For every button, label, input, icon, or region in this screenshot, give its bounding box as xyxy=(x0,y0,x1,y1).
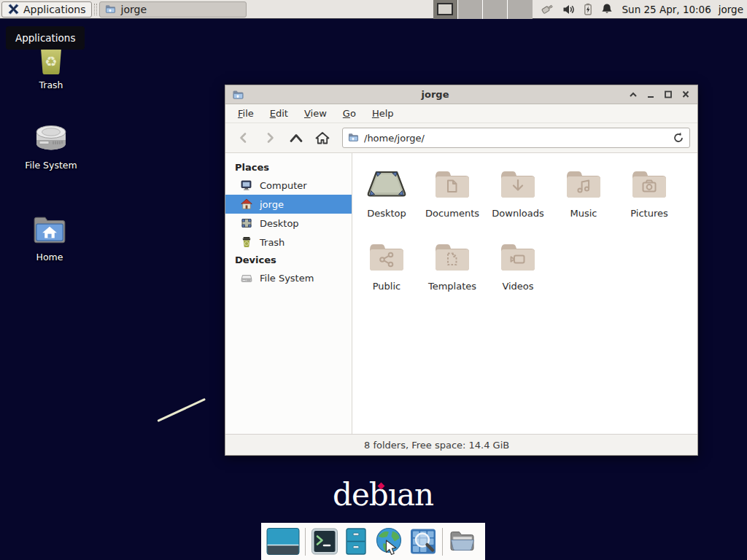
shade-button[interactable] xyxy=(627,89,639,101)
dock-directory-menu-button[interactable] xyxy=(448,528,477,555)
path-input[interactable] xyxy=(342,128,690,148)
sidebar-item-file-system[interactable]: File System xyxy=(225,268,352,287)
web-browser-globe-icon xyxy=(374,526,404,557)
location-bar xyxy=(342,128,690,148)
reload-button[interactable] xyxy=(670,130,687,146)
debian-logo-text-1: deb xyxy=(333,477,388,513)
sidebar-item-trash[interactable]: Trash xyxy=(225,233,352,252)
places-header: Places xyxy=(225,159,352,176)
window-folder-icon xyxy=(231,89,244,101)
application-finder-icon xyxy=(409,527,437,556)
dock-file-manager-button[interactable] xyxy=(344,527,368,556)
desktop-icon-label: File System xyxy=(25,160,77,171)
top-panel: Applications jorge xyxy=(0,0,747,19)
menu-edit[interactable]: Edit xyxy=(262,104,296,123)
file-cabinet-icon xyxy=(344,527,368,556)
trash-small-icon xyxy=(241,236,252,248)
window-body: Places Computer jorge Desktop Trash xyxy=(225,153,697,434)
system-tray xyxy=(540,3,613,15)
window-controls xyxy=(627,89,692,101)
videos-folder-icon xyxy=(499,236,537,279)
dock-separator xyxy=(442,528,443,556)
public-folder-icon xyxy=(368,236,406,279)
devices-header: Devices xyxy=(225,252,352,268)
dock-show-desktop-button[interactable] xyxy=(266,527,300,556)
dock-web-browser-button[interactable] xyxy=(374,526,404,557)
window-titlebar[interactable]: jorge xyxy=(225,85,697,104)
forward-button[interactable] xyxy=(258,127,282,149)
menu-go[interactable]: Go xyxy=(335,104,364,123)
workspace-switcher[interactable] xyxy=(433,0,533,19)
home-folder-icon xyxy=(31,213,68,248)
applications-menu-button[interactable]: Applications xyxy=(1,1,92,18)
panel-separator xyxy=(94,4,97,15)
dock-application-finder-button[interactable] xyxy=(409,527,437,556)
menubar: File Edit View Go Help xyxy=(225,104,697,123)
file-item-pictures[interactable]: Pictures xyxy=(616,163,682,236)
taskbar-window-button[interactable]: jorge xyxy=(99,1,247,18)
volume-icon[interactable] xyxy=(562,4,575,15)
file-item-desktop[interactable]: Desktop xyxy=(354,163,419,236)
home-button[interactable] xyxy=(310,127,335,149)
desktop-icon-label: Trash xyxy=(39,79,63,90)
toolbar xyxy=(225,123,697,153)
taskbar-window-label: jorge xyxy=(121,4,147,15)
desktop: Applications jorge xyxy=(0,0,747,560)
file-view: Desktop Documents Downloads xyxy=(352,153,697,434)
desktop-icon-label: Home xyxy=(36,252,63,262)
drive-small-icon xyxy=(241,272,252,284)
computer-icon xyxy=(241,179,252,191)
dock-terminal-button[interactable] xyxy=(311,527,338,556)
workspace-4[interactable] xyxy=(508,0,532,19)
notifications-bell-icon[interactable] xyxy=(601,3,613,15)
username[interactable]: jorge xyxy=(719,4,743,15)
file-item-documents[interactable]: Documents xyxy=(419,163,485,236)
up-button[interactable] xyxy=(284,127,309,149)
downloads-folder-icon xyxy=(499,163,537,206)
file-item-public[interactable]: Public xyxy=(354,236,419,309)
sidebar-item-computer[interactable]: Computer xyxy=(225,176,352,195)
statusbar: 8 folders, Free space: 14.4 GiB xyxy=(225,434,697,455)
window-title: jorge xyxy=(249,89,622,100)
sidebar-item-desktop[interactable]: Desktop xyxy=(225,214,352,233)
desktop-icon xyxy=(241,217,252,229)
pictures-folder-icon xyxy=(630,163,668,206)
network-icon[interactable] xyxy=(540,3,554,15)
desktop-icon-filesystem[interactable]: File System xyxy=(13,121,89,171)
sidebar-item-jorge[interactable]: jorge xyxy=(225,195,352,214)
applications-tooltip: Applications xyxy=(6,26,85,50)
file-item-videos[interactable]: Videos xyxy=(485,236,551,309)
workspace-3[interactable] xyxy=(483,0,508,19)
applications-label: Applications xyxy=(23,4,86,15)
minimize-button[interactable] xyxy=(645,89,657,101)
file-item-downloads[interactable]: Downloads xyxy=(485,163,551,236)
desktop-icon-home[interactable]: Home xyxy=(12,213,88,262)
templates-folder-icon xyxy=(433,236,471,279)
menu-file[interactable]: File xyxy=(230,104,262,123)
debian-logo: debıan xyxy=(333,480,433,510)
dock-panel xyxy=(261,523,485,560)
file-item-music[interactable]: Music xyxy=(551,163,616,236)
directory-menu-folder-icon xyxy=(448,528,477,555)
battery-icon[interactable] xyxy=(583,3,593,15)
back-button[interactable] xyxy=(231,127,256,149)
close-button[interactable] xyxy=(680,89,692,101)
show-desktop-icon xyxy=(266,527,300,556)
file-manager-window: jorge File Edit View Go Help xyxy=(225,85,698,456)
hard-drive-icon xyxy=(32,121,70,156)
debian-logo-text-2: ıan xyxy=(388,477,434,513)
clock[interactable]: Sun 25 Apr, 10:06 xyxy=(622,4,711,15)
workspace-2[interactable] xyxy=(458,0,483,19)
workspace-1[interactable] xyxy=(433,0,458,19)
menu-help[interactable]: Help xyxy=(364,104,402,123)
dock-separator xyxy=(305,528,306,556)
music-folder-icon xyxy=(565,163,603,206)
path-folder-icon xyxy=(347,132,359,143)
xfce-logo-icon xyxy=(7,3,20,15)
menu-view[interactable]: View xyxy=(296,104,335,123)
desktop-surface-icon xyxy=(365,163,408,206)
file-item-templates[interactable]: Templates xyxy=(419,236,485,309)
terminal-icon xyxy=(311,527,338,556)
maximize-button[interactable] xyxy=(662,89,674,101)
statusbar-text: 8 folders, Free space: 14.4 GiB xyxy=(364,440,509,451)
